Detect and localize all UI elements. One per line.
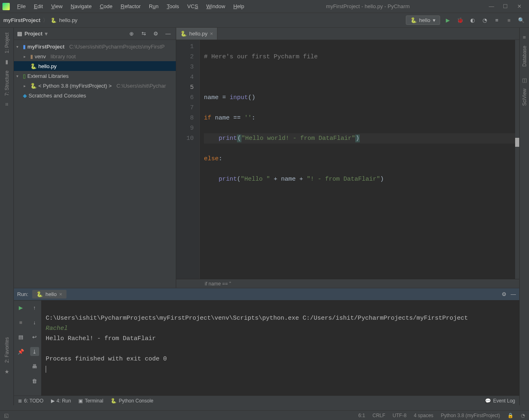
tree-root[interactable]: ▾ ▮ myFirstProject C:\Users\ishit\Pychar… [14, 42, 176, 51]
tree-file-hello[interactable]: 🐍 hello.py [14, 61, 176, 71]
project-panel: ▤ Project ▾ ⊕ ⇆ ⚙ — ▾ ▮ myFirstProject C… [14, 28, 176, 288]
code-token: print [219, 176, 237, 183]
breadcrumb-file[interactable]: hello.py [59, 17, 77, 23]
run-config-selector[interactable]: 🐍 hello ▾ [406, 15, 440, 25]
project-tree[interactable]: ▾ ▮ myFirstProject C:\Users\ishit\Pychar… [14, 40, 176, 102]
navbar: myFirstProject 〉 🐍 hello.py 🐍 hello ▾ ▶ … [0, 13, 529, 28]
line-number: 3 [176, 62, 194, 72]
line-number: 10 [176, 133, 194, 144]
close-icon[interactable]: ✕ [516, 3, 522, 9]
tool-todo[interactable]: ≣6: TODO [18, 398, 44, 404]
close-tab-icon[interactable]: × [210, 31, 213, 37]
tool-project-tab[interactable]: 1: Project [3, 29, 11, 57]
menu-help[interactable]: Help [230, 2, 248, 11]
menu-code[interactable]: Code [97, 2, 116, 11]
settings-icon[interactable]: ⚙ [151, 29, 160, 38]
status-indent[interactable]: 4 spaces [414, 413, 434, 418]
editor-body[interactable]: 1 2 3 4 5 6 7 8 9 10 # Here's our first … [176, 40, 519, 279]
inspector-icon[interactable]: ◔ [521, 413, 525, 418]
menu-run[interactable]: Run [146, 2, 162, 11]
status-interpreter[interactable]: Python 3.8 (myFirstProject) [441, 413, 500, 418]
tool-run[interactable]: ▶4: Run [51, 398, 71, 404]
python-file-icon: 🐍 [180, 31, 187, 37]
attach-button[interactable]: ≡ [492, 16, 501, 25]
profile-button[interactable]: ◔ [480, 16, 489, 25]
tool-python-console[interactable]: 🐍Python Console [111, 398, 153, 404]
soft-wrap-button[interactable]: ↩ [30, 332, 39, 341]
status-encoding[interactable]: UTF-8 [393, 413, 407, 418]
window-title: myFirstProject - hello.py - PyCharm [249, 3, 487, 9]
hide-panel-button[interactable]: — [164, 29, 173, 38]
tool-event-log[interactable]: 💬Event Log [485, 398, 515, 404]
menu-navigate[interactable]: Navigate [67, 2, 95, 11]
hide-panel-button[interactable]: — [511, 291, 516, 297]
python-icon: 🐍 [111, 398, 117, 404]
tool-sciview-tab[interactable]: SciView [521, 85, 528, 109]
project-panel-title[interactable]: Project [24, 31, 42, 37]
trash-icon[interactable]: 🗑 [30, 376, 39, 385]
left-tool-stripe: 1: Project ▮ 7: Structure ⌗ 2: Favorites… [0, 28, 14, 405]
menu-window[interactable]: Window [203, 2, 228, 11]
menu-tools[interactable]: Tools [164, 2, 182, 11]
menu-refactor[interactable]: Refactor [117, 2, 144, 11]
editor-breadcrumb-text: if name == '' [205, 281, 231, 287]
run-tab[interactable]: 🐍 hello × [32, 290, 66, 298]
tool-terminal-label: Terminal [85, 398, 103, 404]
lock-icon[interactable]: 🔒 [507, 413, 514, 418]
settings-icon[interactable]: ⚙ [502, 291, 507, 297]
stop-button[interactable]: ■ [16, 318, 25, 327]
run-button[interactable]: ▶ [443, 16, 452, 25]
status-position[interactable]: 6:1 [359, 413, 365, 418]
status-line-ending[interactable]: CRLF [372, 413, 385, 418]
chevron-right-icon[interactable]: ▸ [24, 84, 29, 88]
tree-scratches[interactable]: ◆ Scratches and Consoles [14, 91, 176, 100]
pin-button[interactable]: 📌 [16, 347, 25, 356]
tool-structure-tab[interactable]: 7: Structure [3, 67, 11, 99]
rerun-button[interactable]: ▶ [16, 303, 25, 312]
minimize-icon[interactable]: — [488, 3, 495, 9]
menu-vcs[interactable]: VCS [184, 2, 201, 11]
code-token: name == [215, 115, 244, 122]
show-tools-icon[interactable]: ◱ [4, 413, 9, 418]
chevron-down-icon[interactable]: ▾ [16, 44, 21, 49]
console-output[interactable]: C:\Users\ishit\PycharmProjects\myFirstPr… [42, 301, 519, 396]
collapse-all-button[interactable]: ⇆ [139, 29, 148, 38]
locate-button[interactable]: ⊕ [127, 29, 136, 38]
up-icon[interactable]: ↑ [30, 303, 39, 312]
tool-eventlog-label: Event Log [493, 398, 515, 404]
tree-external-libs[interactable]: ▾ ▯ External Libraries [14, 71, 176, 81]
chevron-down-icon[interactable]: ▾ [16, 74, 21, 78]
tool-favorites-tab[interactable]: 2: Favorites [3, 334, 11, 366]
tree-scratches-name: Scratches and Consoles [29, 93, 86, 99]
print-button[interactable]: 🖶 [30, 362, 39, 371]
code-token: print [219, 135, 237, 142]
chevron-down-icon[interactable]: ▾ [45, 31, 48, 37]
tool-database-tab[interactable]: Database [521, 42, 528, 70]
tool-terminal[interactable]: ▣Terminal [78, 398, 103, 404]
editor-breadcrumb[interactable]: if name == '' [176, 279, 519, 288]
code-area[interactable]: # Here's our first Pycharm file name = i… [200, 40, 519, 279]
menu-edit[interactable]: Edit [31, 2, 46, 11]
close-tab-icon[interactable]: × [59, 291, 62, 297]
sciview-icon: ◫ [521, 76, 528, 84]
python-icon: 🐍 [30, 83, 37, 89]
tree-python-sdk[interactable]: ▸ 🐍 < Python 3.8 (myFirstProject) > C:\U… [14, 81, 176, 91]
tree-venv[interactable]: ▸ ▮ venv library root [14, 51, 176, 61]
editor-scrollbar[interactable] [515, 40, 519, 279]
search-everywhere-button[interactable]: 🔍 [517, 16, 526, 25]
editor-tab-hello[interactable]: 🐍 hello.py × [176, 28, 217, 40]
run-gutter-primary: ▶ ■ ▤ 📌 [14, 301, 28, 396]
menu-file[interactable]: File [14, 2, 29, 11]
coverage-button[interactable]: ◐ [468, 16, 477, 25]
maximize-icon[interactable]: ☐ [502, 3, 509, 9]
breadcrumb-project[interactable]: myFirstProject [3, 17, 40, 23]
debug-button[interactable]: 🐞 [456, 16, 465, 25]
breadcrumb[interactable]: myFirstProject 〉 🐍 hello.py [3, 17, 77, 24]
layout-button[interactable]: ▤ [16, 332, 25, 341]
chevron-right-icon[interactable]: ▸ [24, 54, 29, 59]
pycharm-logo-icon [2, 3, 10, 10]
stop-button[interactable]: ■ [505, 16, 514, 25]
menu-view[interactable]: View [48, 2, 66, 11]
scroll-to-end-button[interactable]: ⤓ [30, 347, 39, 356]
down-icon[interactable]: ↓ [30, 318, 39, 327]
